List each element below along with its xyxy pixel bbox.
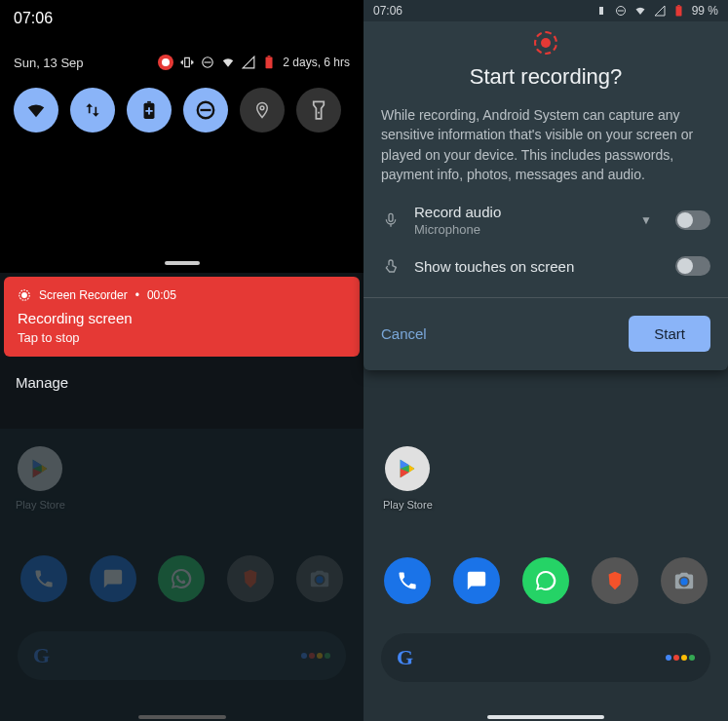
dock	[10, 555, 354, 602]
svg-marker-0	[33, 460, 48, 477]
svg-rect-10	[147, 101, 151, 103]
svg-rect-12	[145, 110, 152, 112]
wifi-status-icon	[633, 4, 647, 18]
brave-app[interactable]	[592, 557, 638, 604]
battery-status-icon	[672, 4, 686, 18]
dim-overlay	[0, 429, 364, 721]
start-recording-dialog: 07:06 99 % Start recording? While record…	[364, 0, 728, 370]
record-audio-row[interactable]: Record audio Microphone ▼	[381, 204, 710, 237]
left-screenshot: Play Store G 07:06 Sun, 13 Sep	[0, 0, 364, 721]
qs-flashlight[interactable]	[296, 88, 341, 133]
dialog-body-text: While recording, Android System can capt…	[381, 105, 710, 184]
recorder-notif-icon	[18, 288, 31, 302]
signal-status-icon	[653, 4, 667, 18]
google-search-bar[interactable]: G	[18, 631, 346, 680]
google-search-bar[interactable]: G	[381, 633, 710, 682]
record-audio-toggle[interactable]	[675, 210, 710, 230]
brave-app[interactable]	[227, 555, 274, 602]
show-touches-toggle[interactable]	[675, 256, 710, 276]
battery-status-icon	[262, 56, 276, 69]
battery-percentage: 99 %	[692, 4, 718, 18]
svg-rect-8	[268, 56, 271, 57]
show-touches-row[interactable]: Show touches on screen	[381, 256, 710, 276]
svg-rect-7	[266, 57, 273, 68]
dnd-status-icon	[614, 4, 628, 18]
date: Sun, 13 Sep	[14, 56, 84, 70]
qs-dnd[interactable]	[183, 88, 228, 133]
gesture-nav-bar[interactable]	[487, 715, 604, 719]
svg-rect-28	[677, 5, 679, 6]
svg-point-15	[260, 106, 264, 110]
qs-data[interactable]	[70, 88, 115, 133]
right-screenshot: Play Store G 07:06 99 %	[364, 0, 728, 721]
whatsapp-app[interactable]	[158, 555, 205, 602]
shade-handle[interactable]	[165, 261, 200, 265]
record-audio-source: Microphone	[414, 222, 501, 237]
manage-button[interactable]: Manage	[0, 357, 364, 408]
play-store-icon	[385, 446, 430, 491]
touch-icon	[381, 256, 401, 276]
whatsapp-app[interactable]	[522, 557, 569, 604]
play-store-app[interactable]: Play Store	[383, 446, 433, 511]
recorder-notif-title: Recording screen	[18, 310, 346, 326]
qs-location[interactable]	[240, 88, 285, 133]
recorder-notif-app: Screen Recorder	[39, 288, 128, 302]
play-store-app[interactable]: Play Store	[16, 446, 65, 511]
record-audio-label: Record audio	[414, 204, 501, 220]
play-store-icon	[18, 446, 62, 491]
qs-wifi[interactable]	[14, 88, 58, 133]
messages-app[interactable]	[453, 557, 500, 604]
play-store-label: Play Store	[383, 499, 433, 511]
recording-icon	[534, 31, 557, 55]
dropdown-icon[interactable]: ▼	[640, 213, 652, 227]
qs-battery-saver[interactable]	[127, 88, 172, 133]
screen-recorder-notification[interactable]: Screen Recorder • 00:05 Recording screen…	[4, 277, 360, 357]
svg-marker-3	[42, 465, 48, 472]
svg-marker-19	[401, 460, 415, 477]
quick-settings-row	[0, 70, 364, 133]
status-time: 07:06	[373, 4, 402, 18]
start-button[interactable]: Start	[629, 316, 710, 352]
svg-marker-22	[409, 465, 415, 472]
google-g-icon: G	[33, 643, 50, 668]
notification-shade[interactable]: 07:06 Sun, 13 Sep 2 days, 6 hrs	[0, 0, 364, 273]
recorder-notif-subtitle: Tap to stop	[18, 330, 346, 345]
assistant-icon[interactable]	[666, 655, 695, 661]
dock	[373, 557, 718, 604]
mic-icon	[381, 211, 401, 229]
play-store-label: Play Store	[16, 499, 65, 511]
svg-rect-24	[599, 7, 603, 15]
vibrate-icon	[180, 56, 194, 69]
messages-app[interactable]	[90, 555, 136, 602]
svg-point-23	[680, 578, 687, 585]
svg-marker-2	[33, 469, 42, 477]
svg-rect-29	[389, 214, 393, 222]
recorder-notif-time: 00:05	[147, 288, 176, 302]
battery-duration: 2 days, 6 hrs	[283, 56, 350, 69]
svg-rect-27	[676, 6, 682, 16]
recording-indicator-icon	[158, 55, 173, 70]
clock: 07:06	[0, 0, 364, 27]
cancel-button[interactable]: Cancel	[381, 325, 427, 342]
dnd-status-icon	[201, 56, 214, 69]
status-icons: 2 days, 6 hrs	[158, 55, 350, 70]
camera-app[interactable]	[296, 555, 343, 602]
google-g-icon: G	[397, 645, 413, 670]
svg-marker-21	[401, 469, 409, 477]
assistant-icon[interactable]	[301, 653, 330, 659]
vibrate-icon	[594, 4, 608, 18]
dialog-title: Start recording?	[381, 64, 710, 90]
status-bar: 07:06 99 %	[364, 0, 728, 21]
svg-point-18	[22, 293, 27, 298]
phone-app[interactable]	[384, 557, 431, 604]
svg-marker-20	[401, 460, 409, 469]
signal-status-icon	[242, 56, 255, 69]
show-touches-label: Show touches on screen	[414, 258, 574, 275]
camera-app[interactable]	[661, 557, 708, 604]
wifi-status-icon	[221, 56, 235, 69]
svg-marker-1	[33, 460, 42, 469]
gesture-nav-bar[interactable]	[138, 715, 226, 719]
svg-point-4	[316, 576, 323, 583]
phone-app[interactable]	[20, 555, 67, 602]
